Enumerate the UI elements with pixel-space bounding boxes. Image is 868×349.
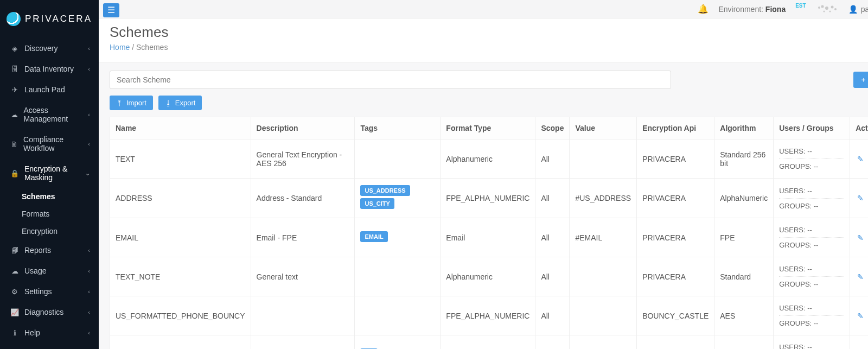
groups-line: GROUPS: -- (779, 279, 844, 289)
cell-encryption-api: PRIVACERA (637, 335, 714, 350)
nav-icon: 🗄 (10, 65, 19, 73)
sidebar-item-label: Help (24, 328, 40, 337)
chevron-left-icon: ‹ (88, 309, 90, 315)
subnav-item-schemes[interactable]: Schemes (0, 188, 99, 205)
main-area: ☰ 🔔 Environment: Fiona EST 👤 padmin ▾ (99, 0, 868, 349)
cell-encryption-api: PRIVACERA (637, 257, 714, 296)
svg-point-4 (834, 8, 837, 10)
cell-format-type: Alphanumeric (441, 257, 535, 296)
sidebar-item-discovery[interactable]: ◈Discovery‹ (0, 38, 99, 59)
cell-value (570, 257, 637, 296)
cell-value: #US_ADDRESS (570, 179, 637, 218)
svg-point-3 (831, 5, 833, 8)
svg-point-6 (829, 10, 831, 12)
sidebar-item-encryption-masking[interactable]: 🔒Encryption & Masking⌄ (0, 158, 99, 188)
sidebar-item-label: Access Management (24, 106, 88, 123)
nav-icon: 🗎 (10, 140, 18, 148)
table-row: TEXTGeneral Text Encryption - AES 256Alp… (110, 139, 869, 179)
sidebar-item-label: Encryption & Masking (24, 164, 85, 182)
edit-icon[interactable]: ✎ (857, 272, 864, 281)
sidebar-item-data-inventory[interactable]: 🗄Data Inventory‹ (0, 59, 99, 79)
breadcrumb-current: Schemes (136, 43, 168, 52)
env-name-text: Fiona (765, 5, 786, 14)
cell-description: General text (251, 257, 355, 296)
edit-icon[interactable]: ✎ (857, 233, 864, 242)
sidebar-item-label: Compliance Workflow (23, 135, 88, 153)
cell-tags: EMAIL (355, 218, 441, 257)
cell-tags (355, 296, 441, 335)
sidebar-item-compliance-workflow[interactable]: 🗎Compliance Workflow‹ (0, 129, 99, 158)
chevron-left-icon: ‹ (88, 329, 90, 336)
groups-line: GROUPS: -- (779, 318, 844, 328)
edit-icon[interactable]: ✎ (857, 312, 864, 320)
cell-name: CREDITCARD (110, 335, 251, 350)
table-row: CREDITCARDCREDITCARDCCCCAll#CREDITCARDPR… (110, 335, 869, 350)
brand-logo: PRIVACERA (0, 0, 99, 38)
cell-description: Address - Standard (251, 179, 355, 218)
sidebar-item-diagnostics[interactable]: 📈Diagnostics‹ (0, 302, 99, 322)
cell-description: General Text Encryption - AES 256 (251, 139, 355, 179)
chevron-left-icon: ‹ (88, 268, 90, 274)
cell-algorithm: Standard (714, 257, 774, 296)
table-row: EMAILEmail - FPEEMAILEmailAll#EMAILPRIVA… (110, 218, 869, 257)
groups-line: GROUPS: -- (779, 201, 844, 211)
nav-icon: ⚙ (10, 288, 19, 296)
cell-users-groups: USERS: --GROUPS: -- (774, 179, 850, 218)
cell-name: US_FORMATTED_PHONE_BOUNCY (110, 296, 251, 335)
cell-name: TEXT_NOTE (110, 257, 251, 296)
bell-icon[interactable]: 🔔 (698, 4, 709, 14)
page-header: Schemes Home / Schemes (99, 18, 868, 63)
sidebar-item-reports[interactable]: 🗐Reports‹ (0, 240, 99, 261)
import-button[interactable]: ⭱ Import (110, 96, 153, 110)
cell-scope: All (535, 218, 570, 257)
cell-encryption-api: PRIVACERA (637, 179, 714, 218)
cell-description: Email - FPE (251, 218, 355, 257)
nav-icon: 🔒 (10, 169, 19, 177)
page-title: Schemes (110, 24, 868, 41)
cell-actions: ✎🗑 (850, 139, 868, 179)
cell-algorithm: AlphaNumeric (714, 179, 774, 218)
chevron-left-icon: ‹ (88, 45, 90, 52)
search-input[interactable] (110, 71, 671, 89)
svg-point-1 (821, 5, 824, 8)
column-header: Encryption Api (637, 117, 714, 139)
breadcrumb-home[interactable]: Home (110, 43, 130, 52)
sidebar-item-label: Reports (24, 246, 51, 255)
chevron-left-icon: ‹ (88, 66, 90, 72)
cell-encryption-api: PRIVACERA (637, 139, 714, 179)
cell-users-groups: USERS: --GROUPS: -- (774, 257, 850, 296)
subnav-item-encryption[interactable]: Encryption (0, 223, 99, 240)
sidebar-item-usage[interactable]: ☁Usage‹ (0, 261, 99, 281)
edit-icon[interactable]: ✎ (857, 194, 864, 202)
add-button[interactable]: ＋ Add (853, 72, 868, 88)
cell-scope: All (535, 257, 570, 296)
plus-icon: ＋ (860, 75, 867, 85)
user-dropdown[interactable]: 👤 padmin ▾ (848, 5, 868, 14)
table-row: ADDRESSAddress - StandardUS_ADDRESSUS_CI… (110, 179, 869, 218)
worldmap-icon (816, 4, 839, 15)
cell-algorithm: AES (714, 296, 774, 335)
nav-icon: ◈ (10, 45, 19, 53)
nav-list: ◈Discovery‹🗄Data Inventory‹✈Launch Pad☁A… (0, 38, 99, 343)
export-button[interactable]: ⭳ Export (158, 96, 202, 110)
sidebar-item-launch-pad[interactable]: ✈Launch Pad (0, 79, 99, 100)
cell-tags (355, 257, 441, 296)
breadcrumb: Home / Schemes (110, 43, 868, 52)
column-header: Tags (355, 117, 441, 139)
cell-actions: ✎🗑 (850, 335, 868, 350)
sidebar: PRIVACERA ◈Discovery‹🗄Data Inventory‹✈La… (0, 0, 99, 349)
edit-icon[interactable]: ✎ (857, 155, 864, 163)
cell-actions: ✎🗑 (850, 179, 868, 218)
environment-label: Environment: Fiona (718, 5, 786, 14)
svg-point-2 (825, 7, 828, 10)
tag-pill: US_ADDRESS (360, 185, 410, 196)
sidebar-item-settings[interactable]: ⚙Settings‹ (0, 281, 99, 302)
cell-users-groups: USERS: --GROUPS: -- (774, 296, 850, 335)
column-header: Algorithm (714, 117, 774, 139)
sidebar-item-help[interactable]: ℹHelp‹ (0, 322, 99, 343)
column-header: Name (110, 117, 251, 139)
cell-value: #CREDITCARD (570, 335, 637, 350)
subnav-item-formats[interactable]: Formats (0, 205, 99, 223)
hamburger-button[interactable]: ☰ (103, 3, 119, 17)
sidebar-item-access-management[interactable]: ☁Access Management‹ (0, 100, 99, 129)
